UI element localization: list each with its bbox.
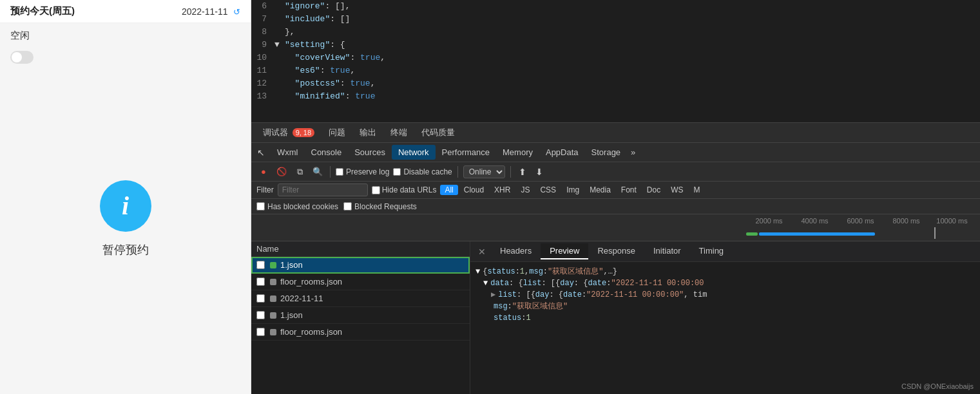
- preview-row-5: status : 1: [476, 312, 975, 324]
- divider3: [510, 166, 511, 178]
- disable-cache-checkbox[interactable]: [393, 168, 401, 176]
- stop-button[interactable]: 🚫: [274, 165, 289, 179]
- preview-content: ▼ { status : 1 , msg : "获取区域信息" ,…} ▼ da…: [470, 262, 980, 394]
- hide-data-urls-checkbox[interactable]: [372, 186, 380, 194]
- tab-console[interactable]: Console: [305, 145, 349, 160]
- preview-panel: ✕ Headers Preview Response Initiator Tim…: [470, 241, 980, 394]
- filter-input[interactable]: [278, 183, 368, 196]
- disable-cache-label[interactable]: Disable cache: [393, 167, 452, 176]
- filter-label: Filter: [256, 185, 274, 194]
- timeline-ticks: 2000 ms 4000 ms 6000 ms 8000 ms 10000 ms: [741, 214, 980, 227]
- file-name-4: 1.json: [280, 310, 465, 320]
- ftype-js[interactable]: JS: [516, 185, 534, 195]
- file-checkbox-3[interactable]: [256, 294, 265, 303]
- tick-10000: 10000 ms: [929, 217, 975, 225]
- code-line-6: 6 "ignore": [],: [251, 0, 980, 13]
- ptab-headers[interactable]: Headers: [491, 243, 541, 259]
- code-line-13: 13 "minified": true: [251, 90, 980, 103]
- code-editor: 6 "ignore": [], 7 "include": [] 8 }, 9 ▼…: [251, 0, 980, 122]
- tab-appdata[interactable]: AppData: [539, 145, 585, 160]
- file-name-3: 2022-11-11: [280, 294, 465, 303]
- ftype-m[interactable]: M: [689, 185, 705, 195]
- left-panel: 预约今天(周五) 2022-11-11 ↺ 空闲 i 暂停预约: [0, 0, 251, 394]
- network-toolbar: ● 🚫 ⧉ 🔍 Preserve log Disable cache Onlin…: [251, 162, 980, 182]
- ftype-img[interactable]: Img: [562, 185, 584, 195]
- blocked-bar: Has blocked cookies Blocked Requests: [251, 199, 980, 214]
- preserve-log-label[interactable]: Preserve log: [336, 167, 389, 176]
- tick-4000: 4000 ms: [792, 217, 838, 225]
- preview-expand-1[interactable]: ▼: [476, 266, 480, 277]
- preview-expand-3[interactable]: ▶: [491, 289, 495, 301]
- preview-tabs: ✕ Headers Preview Response Initiator Tim…: [470, 241, 980, 262]
- ftype-all[interactable]: All: [440, 185, 457, 195]
- search-button[interactable]: 🔍: [311, 165, 325, 179]
- file-name-5: floor_rooms.json: [280, 327, 465, 337]
- refresh-icon[interactable]: ↺: [233, 7, 240, 17]
- tab-sources[interactable]: Sources: [348, 145, 392, 160]
- has-blocked-cookies-checkbox[interactable]: [256, 202, 265, 211]
- devtools-panel: 6 "ignore": [], 7 "include": [] 8 }, 9 ▼…: [251, 0, 980, 394]
- status-label: 空闲: [0, 23, 251, 48]
- upload-icon[interactable]: ⬆: [516, 165, 529, 178]
- divider2: [457, 166, 458, 178]
- ftype-xhr[interactable]: XHR: [490, 185, 515, 195]
- preview-expand-2[interactable]: ▼: [483, 277, 488, 289]
- file-item-1json-2[interactable]: 1.json: [251, 307, 470, 324]
- file-item-floor-rooms[interactable]: floor_rooms.json: [251, 274, 470, 290]
- download-icon[interactable]: ⬇: [533, 165, 546, 178]
- toggle-row: [0, 48, 251, 69]
- more-tabs-btn[interactable]: »: [627, 145, 639, 160]
- file-checkbox-1[interactable]: [256, 261, 265, 269]
- main-bottom: Name 1.json floor_rooms.json 2022-11-11 …: [251, 241, 980, 394]
- blocked-requests-label[interactable]: Blocked Requests: [343, 202, 417, 211]
- ftype-ws[interactable]: WS: [666, 185, 687, 195]
- code-line-12: 12 "postcss": true,: [251, 77, 980, 90]
- ptab-preview[interactable]: Preview: [541, 243, 588, 259]
- ptab-response[interactable]: Response: [588, 243, 644, 259]
- file-item-1json-selected[interactable]: 1.json: [251, 257, 470, 274]
- online-select[interactable]: Online: [463, 165, 505, 178]
- pointer-icon[interactable]: ↖: [254, 145, 268, 160]
- file-item-date[interactable]: 2022-11-11: [251, 290, 470, 307]
- filter-button[interactable]: ⧉: [293, 165, 307, 179]
- timeline-bar-blue: [759, 232, 875, 236]
- file-checkbox-4[interactable]: [256, 311, 265, 319]
- tab-storage[interactable]: Storage: [585, 145, 628, 160]
- tab-memory[interactable]: Memory: [496, 145, 539, 160]
- tab-wxml[interactable]: Wxml: [271, 145, 305, 160]
- info-icon-letter: i: [122, 191, 129, 221]
- header-date: 2022-11-11: [182, 6, 228, 17]
- file-checkbox-5[interactable]: [256, 328, 265, 336]
- record-button[interactable]: ●: [256, 165, 271, 179]
- ftype-cloud[interactable]: Cloud: [459, 185, 488, 195]
- close-preview-button[interactable]: ✕: [473, 244, 491, 259]
- ftype-font[interactable]: Font: [617, 185, 641, 195]
- ptab-initiator[interactable]: Initiator: [644, 243, 690, 259]
- file-list: Name 1.json floor_rooms.json 2022-11-11 …: [251, 241, 470, 394]
- ftype-css[interactable]: CSS: [535, 185, 561, 195]
- has-blocked-cookies-label[interactable]: Has blocked cookies: [256, 202, 338, 211]
- file-color-dot-4: [270, 312, 276, 319]
- ftype-media[interactable]: Media: [585, 185, 615, 195]
- tab-issues[interactable]: 问题: [322, 124, 352, 141]
- preserve-log-checkbox[interactable]: [336, 168, 343, 176]
- tab-terminal[interactable]: 终端: [384, 124, 414, 141]
- code-line-10: 10 "coverView": true,: [251, 52, 980, 64]
- timeline-bars-row: [741, 229, 980, 239]
- file-item-floor-rooms-2[interactable]: floor_rooms.json: [251, 324, 470, 341]
- tab-network[interactable]: Network: [392, 145, 436, 160]
- ptab-timing[interactable]: Timing: [690, 243, 733, 259]
- divider1: [330, 166, 331, 178]
- tab-output[interactable]: 输出: [353, 124, 383, 141]
- timeline-bar: 2000 ms 4000 ms 6000 ms 8000 ms 10000 ms: [251, 214, 980, 241]
- blocked-requests-checkbox[interactable]: [343, 202, 352, 211]
- ftype-doc[interactable]: Doc: [642, 185, 665, 195]
- status-toggle[interactable]: [10, 51, 34, 64]
- tick-8000: 8000 ms: [883, 217, 929, 225]
- tab-performance[interactable]: Performance: [436, 145, 496, 160]
- file-checkbox-2[interactable]: [256, 277, 265, 286]
- tab-debugger[interactable]: 调试器 9, 18: [256, 124, 321, 141]
- tab-code-quality[interactable]: 代码质量: [415, 124, 461, 141]
- header-title: 预约今天(周五): [10, 5, 75, 17]
- hide-data-urls-label[interactable]: Hide data URLs: [372, 185, 437, 194]
